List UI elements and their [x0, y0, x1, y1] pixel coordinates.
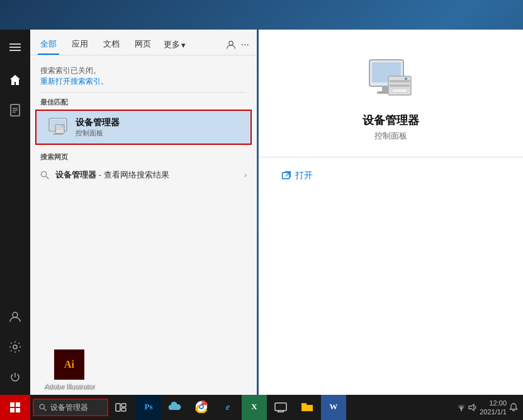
taskbar-chrome[interactable] — [189, 395, 214, 420]
reopen-search-link[interactable]: 重新打开搜索索引。 — [40, 77, 108, 86]
tab-all[interactable]: 全部 — [38, 35, 59, 55]
best-match-subtitle: 控制面板 — [76, 128, 120, 138]
tab-more[interactable]: 更多 ▾ — [164, 39, 186, 50]
notification-icon[interactable] — [509, 403, 518, 412]
start-menu: 全部 应用 文档 网页 更多 ▾ ··· — [0, 30, 257, 395]
more-dots[interactable]: ··· — [241, 39, 249, 50]
preview-device-manager-icon — [366, 55, 416, 105]
svg-rect-23 — [390, 84, 410, 87]
taskbar-search-box[interactable]: 设备管理器 — [33, 399, 108, 416]
search-notice: 搜索索引已关闭。 重新打开搜索索引。 — [30, 60, 257, 89]
taskbar-folder[interactable] — [295, 395, 320, 420]
tab-web[interactable]: 网页 — [132, 35, 154, 55]
desktop: 全部 应用 文档 网页 更多 ▾ ··· — [0, 0, 523, 420]
search-panel: 全部 应用 文档 网页 更多 ▾ ··· — [30, 30, 257, 395]
svg-point-15 — [41, 171, 46, 176]
taskbar-ie[interactable]: e — [215, 395, 240, 420]
ai-icon-box: Ai — [54, 349, 84, 380]
open-button[interactable]: 打开 — [271, 167, 323, 184]
svg-line-16 — [46, 176, 48, 179]
web-search-text: 设备管理器 - 查看网络搜索结果 — [55, 169, 238, 181]
open-icon — [281, 171, 291, 181]
start-button[interactable] — [0, 395, 30, 420]
svg-rect-13 — [56, 128, 64, 130]
sidebar — [0, 30, 30, 395]
user-icon[interactable] — [226, 40, 236, 50]
svg-rect-22 — [390, 80, 410, 82]
svg-point-39 — [200, 406, 203, 408]
taskbar-media[interactable] — [268, 395, 293, 420]
svg-rect-25 — [392, 89, 407, 93]
svg-point-24 — [405, 77, 407, 80]
svg-rect-12 — [56, 127, 64, 128]
sidebar-settings[interactable] — [0, 332, 30, 362]
preview-panel: 设备管理器 控制面板 打开 — [259, 30, 523, 395]
taskbar-search-text: 设备管理器 — [50, 402, 88, 413]
sidebar-user[interactable] — [0, 302, 30, 332]
taskbar-right: 12:00 2021/1/1 — [457, 399, 523, 417]
chevron-right-icon: › — [244, 171, 247, 179]
sidebar-hamburger[interactable] — [0, 32, 30, 62]
best-match-title: 设备管理器 — [76, 117, 120, 128]
sidebar-home[interactable] — [0, 65, 30, 95]
svg-rect-40 — [275, 403, 286, 411]
svg-rect-33 — [116, 404, 120, 411]
search-icon — [40, 171, 49, 179]
taskbar-time: 12:00 — [489, 399, 507, 407]
ai-icon-label: Adobe Illustrator — [44, 382, 94, 390]
preview-title: 设备管理器 — [363, 113, 419, 128]
best-match-label: 最佳匹配 — [30, 93, 257, 110]
svg-rect-30 — [16, 408, 20, 412]
network-icon — [457, 404, 466, 411]
svg-rect-27 — [10, 402, 14, 407]
svg-line-32 — [44, 409, 47, 411]
taskbar-cloud-app[interactable] — [162, 395, 188, 420]
divider — [259, 157, 523, 157]
sidebar-docs[interactable] — [0, 95, 30, 125]
taskbar-photoshop[interactable]: Ps — [136, 395, 161, 420]
taskbar-word[interactable]: W — [321, 395, 346, 420]
tab-docs[interactable]: 文档 — [101, 35, 122, 55]
svg-point-6 — [228, 41, 232, 45]
task-view-button[interactable] — [108, 395, 133, 420]
preview-subtitle: 控制面板 — [374, 130, 407, 142]
tab-apps[interactable]: 应用 — [69, 35, 91, 55]
svg-marker-45 — [469, 404, 474, 411]
web-search-label: 搜索网页 — [30, 145, 257, 164]
svg-rect-34 — [121, 404, 126, 407]
taskbar: 设备管理器 Ps — [0, 395, 523, 420]
svg-point-44 — [461, 410, 462, 411]
svg-rect-29 — [10, 408, 14, 412]
desktop-ai-icon[interactable]: Ai Adobe Illustrator — [44, 349, 94, 390]
web-search-item[interactable]: 设备管理器 - 查看网络搜索结果 › — [30, 164, 257, 186]
svg-point-14 — [62, 125, 63, 127]
best-match-item[interactable]: 设备管理器 控制面板 — [35, 110, 252, 145]
taskbar-search-icon — [39, 404, 47, 411]
svg-rect-28 — [16, 402, 20, 407]
search-tabs: 全部 应用 文档 网页 更多 ▾ ··· — [30, 30, 257, 55]
volume-icon — [468, 403, 477, 412]
chevron-down-icon: ▾ — [181, 40, 186, 50]
taskbar-apps: Ps — [136, 395, 346, 420]
svg-rect-35 — [121, 408, 126, 411]
search-content: 搜索索引已关闭。 重新打开搜索索引。 最佳匹配 — [30, 55, 257, 395]
sidebar-power[interactable] — [0, 362, 30, 392]
taskbar-date: 2021/1/1 — [480, 407, 507, 416]
svg-point-5 — [13, 345, 17, 349]
svg-point-4 — [13, 312, 18, 317]
svg-point-31 — [40, 404, 44, 409]
device-manager-icon — [47, 116, 69, 139]
taskbar-excel[interactable]: X — [242, 395, 267, 420]
